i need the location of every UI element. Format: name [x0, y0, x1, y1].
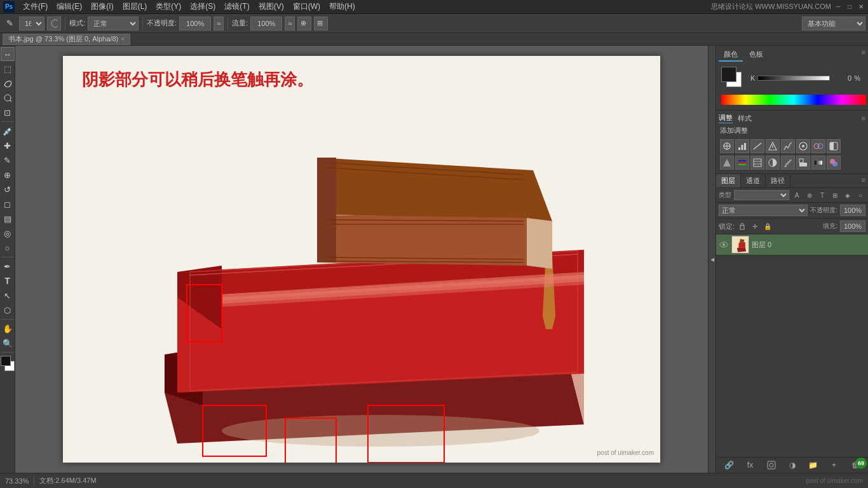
invert-icon[interactable]: [766, 156, 780, 170]
pen-tool[interactable]: ✒: [1, 259, 15, 273]
dodge-tool[interactable]: ○: [1, 241, 15, 255]
menu-help[interactable]: 帮助(H): [325, 0, 359, 13]
gradient-map-icon[interactable]: [811, 156, 825, 170]
layer-filter-icon2[interactable]: ⊕: [804, 190, 815, 200]
menu-view[interactable]: 视图(V): [255, 0, 288, 13]
maximize-button[interactable]: □: [845, 3, 854, 11]
lock-position-icon[interactable]: ✛: [750, 221, 760, 231]
k-slider[interactable]: [757, 76, 830, 81]
color-lookup-icon[interactable]: [750, 156, 764, 170]
selective-color-icon[interactable]: [827, 156, 841, 170]
marquee-tool[interactable]: ⬚: [1, 62, 15, 76]
layer-visibility-icon[interactable]: [719, 240, 729, 250]
text-tool[interactable]: T: [1, 274, 15, 288]
extra-btn[interactable]: ⊞: [314, 17, 328, 30]
curves-icon[interactable]: [750, 139, 764, 153]
menu-layer[interactable]: 图层(L): [119, 0, 151, 13]
layer-item-0[interactable]: 图层 0: [716, 234, 868, 255]
healing-tool[interactable]: ✚: [1, 139, 15, 152]
adjustments-tab[interactable]: 调整: [719, 113, 733, 123]
adjust-panel-menu[interactable]: ≡: [862, 114, 865, 122]
layers-panel-menu[interactable]: ≡: [859, 174, 868, 187]
hand-tool[interactable]: ✋: [1, 322, 15, 336]
foreground-color-box[interactable]: [721, 67, 736, 82]
color-balance-icon[interactable]: [811, 139, 825, 153]
stamp-tool[interactable]: ⊕: [1, 168, 15, 182]
tab-close-icon[interactable]: ×: [121, 36, 125, 43]
brightness-contrast-icon[interactable]: [720, 139, 734, 153]
zoom-tool[interactable]: 🔍: [1, 336, 15, 350]
menu-window[interactable]: 窗口(W): [289, 0, 324, 13]
levels-icon[interactable]: [735, 139, 749, 153]
link-layers-icon[interactable]: 🔗: [724, 459, 735, 471]
styles-tab[interactable]: 样式: [738, 114, 752, 123]
flow-pressure-btn[interactable]: ≈: [285, 17, 295, 30]
swatches-tab[interactable]: 色板: [744, 48, 768, 62]
brush-preview[interactable]: [47, 17, 61, 30]
path-select-tool[interactable]: ↖: [1, 288, 15, 302]
exposure-icon[interactable]: [766, 139, 780, 153]
blend-mode-select[interactable]: 正常: [88, 17, 139, 30]
fill-input[interactable]: [840, 220, 865, 232]
new-adjustment-icon[interactable]: ◑: [787, 459, 798, 471]
gradient-tool[interactable]: ▤: [1, 212, 15, 226]
photo-filter-icon[interactable]: [720, 156, 734, 170]
menu-type[interactable]: 类型(Y): [152, 0, 185, 13]
channel-mixer-icon[interactable]: [735, 156, 749, 170]
threshold-icon[interactable]: [796, 156, 810, 170]
color-tab[interactable]: 颜色: [719, 48, 743, 62]
layer-filter-icon4[interactable]: ⊞: [830, 190, 840, 200]
layer-filter-toggle[interactable]: ○: [855, 190, 865, 200]
lock-all-icon[interactable]: 🔒: [763, 221, 773, 231]
add-mask-icon[interactable]: [766, 459, 777, 471]
brush-size-select[interactable]: 16: [19, 17, 44, 30]
opacity-pressure-btn[interactable]: ≈: [214, 17, 224, 30]
layer-filter-icon3[interactable]: T: [817, 190, 827, 200]
panel-toggle[interactable]: ◀: [708, 46, 715, 473]
fg-bg-color-boxes[interactable]: [721, 67, 744, 90]
menu-filter[interactable]: 滤镜(T): [220, 0, 253, 13]
eyedropper-tool[interactable]: 💉: [1, 124, 15, 138]
menu-edit[interactable]: 编辑(E): [53, 0, 86, 13]
move-tool[interactable]: ↔: [1, 47, 15, 61]
posterize-icon[interactable]: [781, 156, 795, 170]
layer-blend-select[interactable]: 正常: [719, 205, 808, 216]
workspace-select[interactable]: 基本功能: [802, 17, 865, 30]
crop-tool[interactable]: ⊡: [1, 105, 15, 119]
menu-image[interactable]: 图像(I): [87, 0, 117, 13]
layer-type-select[interactable]: [734, 190, 789, 200]
menu-select[interactable]: 选择(S): [186, 0, 219, 13]
layer-filter-icon5[interactable]: ◈: [843, 190, 853, 200]
hue-saturation-icon[interactable]: [796, 139, 810, 153]
layer-filter-icon1[interactable]: A: [792, 190, 802, 200]
lasso-tool[interactable]: [1, 76, 15, 90]
brush-tool-icon[interactable]: ✎: [3, 17, 17, 30]
history-brush-tool[interactable]: ↺: [1, 182, 15, 196]
shape-tool[interactable]: ⬡: [1, 303, 15, 317]
channels-tab[interactable]: 通道: [741, 174, 766, 187]
color-panel-menu[interactable]: ≡: [862, 48, 865, 62]
color-spectrum-bar[interactable]: [721, 95, 866, 105]
close-button[interactable]: ✕: [857, 3, 865, 11]
eraser-tool[interactable]: ◻: [1, 197, 15, 211]
vibrance-icon[interactable]: [781, 139, 795, 153]
flow-input[interactable]: [250, 17, 282, 30]
lock-pixels-icon[interactable]: [737, 221, 747, 231]
notification-badge[interactable]: 69: [855, 458, 867, 469]
menu-file[interactable]: 文件(F): [19, 0, 51, 13]
layer-opacity-input[interactable]: [840, 205, 865, 216]
new-group-icon[interactable]: 📁: [808, 459, 819, 471]
black-white-icon[interactable]: [827, 139, 841, 153]
document-tab[interactable]: 书本.jpg @ 73.3% (图层 0, Alpha/8) ×: [3, 34, 130, 45]
layers-tab[interactable]: 图层: [716, 174, 741, 187]
foreground-color[interactable]: [1, 356, 11, 366]
opacity-input[interactable]: [179, 17, 211, 30]
airbrush-btn[interactable]: ⊕: [297, 17, 311, 30]
quick-select-tool[interactable]: [1, 91, 15, 105]
color-swatches[interactable]: [1, 356, 15, 374]
blur-tool[interactable]: ◎: [1, 226, 15, 240]
paths-tab[interactable]: 路径: [766, 174, 790, 187]
add-style-icon[interactable]: fx: [745, 459, 756, 471]
brush-tool[interactable]: ✎: [1, 153, 15, 167]
minimize-button[interactable]: ─: [834, 3, 843, 11]
